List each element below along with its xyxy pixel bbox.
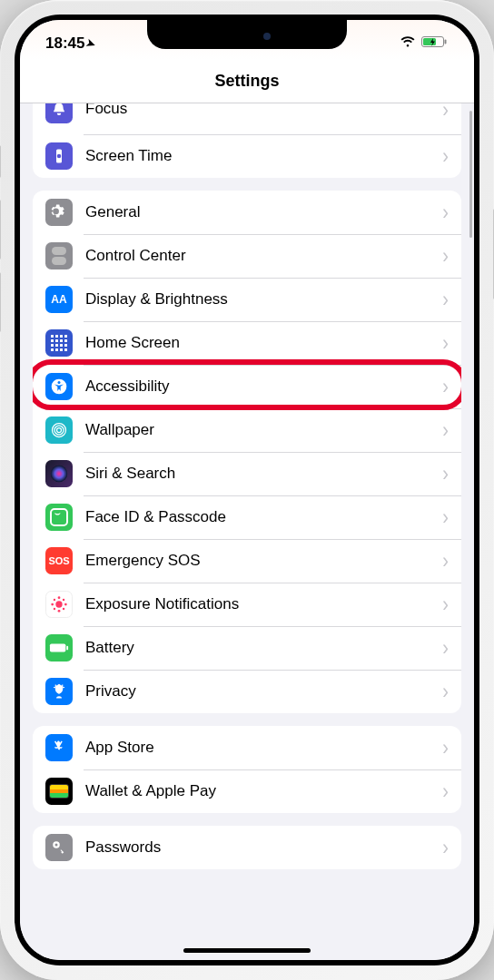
chevron-right-icon: › bbox=[442, 417, 449, 443]
settings-group-main: General › Control Center › AA Display & … bbox=[33, 191, 461, 713]
row-label: Display & Brightness bbox=[85, 290, 442, 309]
row-wallpaper[interactable]: Wallpaper › bbox=[33, 408, 461, 452]
sos-icon: SOS bbox=[45, 547, 73, 574]
row-app-store[interactable]: App Store › bbox=[33, 726, 461, 769]
volume-down-button bbox=[0, 272, 1, 332]
chevron-right-icon: › bbox=[442, 592, 449, 617]
home-screen-icon bbox=[45, 329, 73, 357]
chevron-right-icon: › bbox=[442, 330, 449, 356]
nav-bar: Settings bbox=[20, 60, 474, 103]
row-control-center[interactable]: Control Center › bbox=[33, 234, 461, 278]
svg-point-13 bbox=[58, 610, 61, 612]
settings-group-store: App Store › Wallet & Apple Pay › bbox=[33, 726, 461, 813]
svg-rect-2 bbox=[445, 40, 447, 44]
chevron-right-icon: › bbox=[442, 287, 449, 312]
wifi-icon bbox=[400, 35, 416, 52]
row-battery[interactable]: Battery › bbox=[33, 626, 461, 670]
svg-point-15 bbox=[64, 603, 67, 606]
location-icon: ➤ bbox=[84, 36, 97, 52]
accessibility-icon bbox=[45, 373, 73, 400]
chevron-right-icon: › bbox=[442, 779, 449, 804]
row-label: Exposure Notifications bbox=[85, 595, 442, 613]
settings-scroll[interactable]: Focus › Screen Time › bbox=[20, 103, 474, 960]
row-label: Home Screen bbox=[85, 334, 442, 352]
page-title: Settings bbox=[214, 72, 279, 91]
row-passwords[interactable]: Passwords › bbox=[33, 826, 461, 869]
chevron-right-icon: › bbox=[442, 461, 449, 486]
screen-time-icon bbox=[45, 142, 73, 170]
svg-point-8 bbox=[54, 426, 64, 435]
chevron-right-icon: › bbox=[442, 200, 449, 225]
row-label: Battery bbox=[85, 639, 442, 657]
svg-point-23 bbox=[55, 844, 58, 847]
status-time: 18:45 bbox=[45, 34, 84, 53]
row-focus[interactable]: Focus › bbox=[33, 103, 461, 134]
control-center-icon bbox=[45, 242, 73, 270]
row-face-id-passcode[interactable]: Face ID & Passcode › bbox=[33, 495, 461, 539]
face-id-icon bbox=[45, 504, 73, 531]
home-indicator[interactable] bbox=[183, 948, 311, 953]
row-label: Focus bbox=[85, 103, 442, 118]
chevron-right-icon: › bbox=[442, 548, 449, 573]
ringer-switch bbox=[0, 145, 1, 178]
chevron-right-icon: › bbox=[442, 679, 449, 704]
row-exposure-notifications[interactable]: Exposure Notifications › bbox=[33, 583, 461, 626]
svg-point-18 bbox=[54, 608, 55, 610]
row-privacy[interactable]: Privacy › bbox=[33, 670, 461, 713]
chevron-right-icon: › bbox=[442, 103, 449, 122]
svg-point-12 bbox=[58, 596, 61, 599]
siri-icon bbox=[45, 460, 73, 487]
svg-point-14 bbox=[51, 603, 54, 606]
scrollbar[interactable] bbox=[469, 111, 472, 274]
settings-group-focus: Focus › Screen Time › bbox=[33, 103, 461, 178]
battery-icon bbox=[421, 35, 449, 52]
row-wallet-apple-pay[interactable]: Wallet & Apple Pay › bbox=[33, 769, 461, 813]
row-label: Face ID & Passcode bbox=[85, 508, 442, 526]
chevron-right-icon: › bbox=[442, 635, 449, 661]
row-label: Siri & Search bbox=[85, 465, 442, 483]
exposure-icon bbox=[45, 591, 73, 618]
chevron-right-icon: › bbox=[442, 374, 449, 399]
device-bezel: 18:45 ➤ Settings bbox=[15, 15, 479, 965]
row-label: Control Center bbox=[85, 247, 442, 265]
chevron-right-icon: › bbox=[442, 735, 449, 760]
svg-point-11 bbox=[55, 601, 62, 607]
row-display-brightness[interactable]: AA Display & Brightness › bbox=[33, 278, 461, 321]
row-screen-time[interactable]: Screen Time › bbox=[33, 134, 461, 178]
row-emergency-sos[interactable]: SOS Emergency SOS › bbox=[33, 539, 461, 583]
notch bbox=[147, 20, 347, 49]
passwords-icon bbox=[45, 834, 73, 861]
volume-up-button bbox=[0, 200, 1, 260]
chevron-right-icon: › bbox=[442, 243, 449, 269]
row-general[interactable]: General › bbox=[33, 191, 461, 234]
focus-icon bbox=[45, 103, 73, 123]
privacy-icon bbox=[45, 678, 73, 705]
row-label: Passwords bbox=[85, 838, 442, 857]
battery-settings-icon bbox=[45, 634, 73, 662]
settings-group-passwords: Passwords › bbox=[33, 826, 461, 869]
svg-rect-20 bbox=[50, 643, 65, 652]
screen: 18:45 ➤ Settings bbox=[20, 20, 474, 960]
wallpaper-icon bbox=[45, 416, 73, 444]
row-label: Emergency SOS bbox=[85, 552, 442, 570]
row-label: Wallpaper bbox=[85, 421, 442, 439]
chevron-right-icon: › bbox=[442, 835, 449, 860]
app-store-icon bbox=[45, 734, 73, 761]
chevron-right-icon: › bbox=[442, 143, 449, 169]
svg-point-10 bbox=[51, 466, 67, 482]
row-label: Wallet & Apple Pay bbox=[85, 782, 442, 800]
wallet-icon bbox=[45, 778, 73, 805]
svg-point-19 bbox=[63, 608, 64, 610]
row-home-screen[interactable]: Home Screen › bbox=[33, 321, 461, 365]
svg-point-16 bbox=[54, 599, 55, 601]
row-label: Screen Time bbox=[85, 147, 442, 165]
gear-icon bbox=[45, 199, 73, 226]
row-siri-search[interactable]: Siri & Search › bbox=[33, 452, 461, 495]
device-frame: 18:45 ➤ Settings bbox=[0, 0, 494, 980]
row-label: Privacy bbox=[85, 682, 442, 701]
svg-point-6 bbox=[58, 381, 61, 384]
row-accessibility[interactable]: Accessibility › bbox=[33, 365, 461, 408]
row-label: Accessibility bbox=[85, 377, 442, 396]
svg-point-17 bbox=[63, 599, 64, 601]
display-icon: AA bbox=[45, 286, 73, 313]
